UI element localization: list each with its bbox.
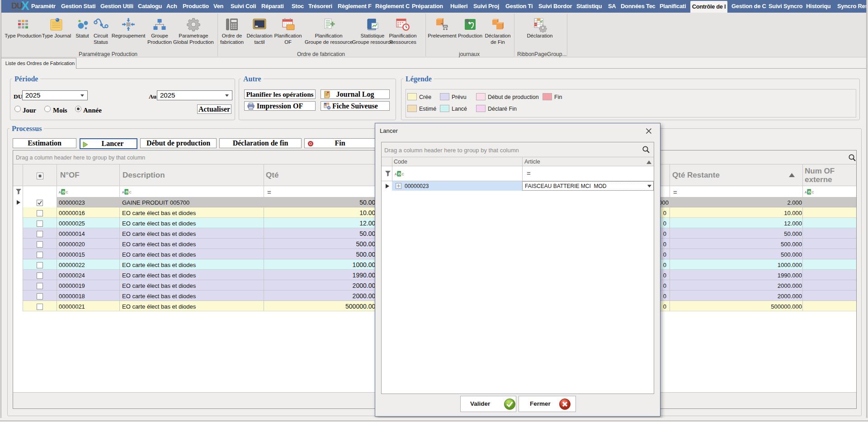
svg-text:C: C <box>812 191 814 194</box>
svg-text:A: A <box>395 173 397 176</box>
svg-text:B: B <box>398 172 401 176</box>
svg-text:C: C <box>402 173 404 176</box>
svg-text:A: A <box>805 191 807 194</box>
svg-text:A: A <box>59 191 61 194</box>
svg-text:A: A <box>122 191 124 194</box>
svg-text:B: B <box>808 190 811 194</box>
svg-text:C: C <box>66 191 68 194</box>
svg-text:C: C <box>129 191 132 194</box>
svg-text:B: B <box>126 190 128 194</box>
svg-text:B: B <box>62 190 65 194</box>
